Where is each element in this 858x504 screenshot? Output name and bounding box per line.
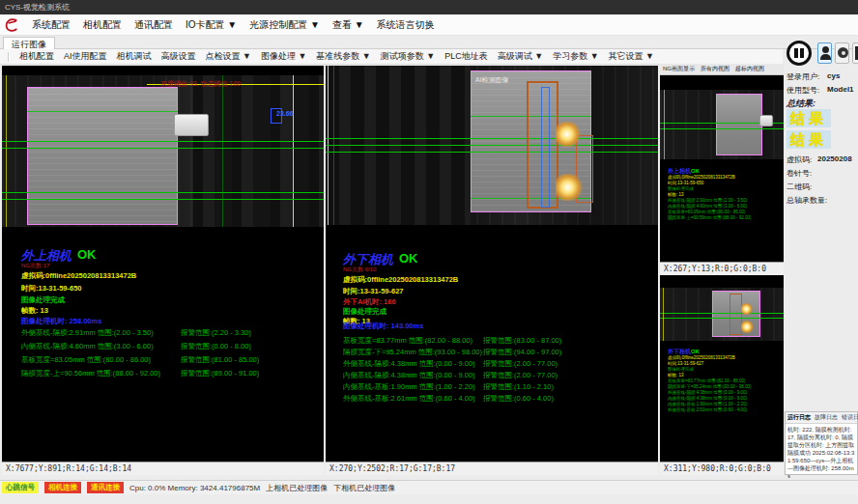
bottom-thumb-green-line-1: [660, 313, 784, 314]
user-login-button[interactable]: [817, 42, 832, 64]
settings-button[interactable]: [835, 42, 849, 64]
tool-image-processing[interactable]: 图像处理 ▼: [261, 50, 306, 63]
menu-comm-config[interactable]: 通讯配置: [134, 18, 173, 32]
top-thumb-cursor-readout: X:267;Y:13;R:0;G:0;B:0: [664, 265, 766, 273]
bottom-thumb-bright-1: [741, 303, 753, 315]
left-row2-value: 内侧基线-隔膜:4.60mm 范围:(3.00 - 6.00): [21, 342, 154, 351]
left-green-line-1: [2, 141, 324, 142]
top-thumb-result-text: 外上相机OK 虚拟码:0ffline2025020813313472B 时间:1…: [668, 168, 779, 257]
center-row1-value: 基板宽度=83.77mm 范围:(82.00 - 88.00): [343, 336, 472, 346]
bottom-thumb-result-text: 外下相机OK 虚拟码:0ffline2025020813313472B 时间:1…: [668, 349, 779, 455]
left-frame-count: 帧数: 13: [21, 306, 48, 316]
tool-plc-address[interactable]: PLC地址表: [444, 50, 488, 63]
left-process-time: 图像处理机时: 258.00ms: [21, 317, 101, 326]
winding-pin-label: 卷针号:: [786, 168, 812, 179]
left-measure-row-1: 外侧基线-隔膜:2.91mm 范围:(2.00 - 3.50)报警范围:(2.2…: [2, 328, 324, 338]
center-measure-row-4: 内侧基线-隔膜:4.38mm 范围:(0.00 - 9.00)报警范围:(2.0…: [326, 371, 658, 380]
center-ai-image-label: AI检测图像: [475, 75, 509, 85]
left-barcode: 虚拟码:0ffline2025020813313472B: [21, 271, 136, 281]
user-icon: [822, 46, 829, 53]
menu-view[interactable]: 查看 ▼: [332, 18, 364, 32]
bottom-thumbnail-image[interactable]: [660, 288, 784, 341]
bottom-thumb-status-strip: X:311;Y:980;R:0;G:0;B:0: [660, 462, 784, 475]
center-measure-row-2: 隔膜宽度-下=95.24mm 范围:(93.00 - 98.00)报警范围:(9…: [326, 348, 658, 357]
left-status-strip: X:7677;Y:891;R:14;G:14;B:14: [2, 462, 324, 475]
left-cursor-readout: X:7677;Y:891;R:14;G:14;B:14: [6, 464, 131, 473]
bottom-thumb-ok: OK: [691, 349, 700, 354]
center-inspection-image[interactable]: AI检测图像: [326, 66, 658, 225]
model-label: 使用型号:: [786, 85, 819, 96]
center-bright-feature-2: [556, 174, 583, 201]
tab-run-image[interactable]: 运行图像: [3, 37, 55, 49]
tool-camera-config[interactable]: 相机配置: [19, 50, 54, 63]
center-blue-roi-overlay: [541, 87, 550, 208]
tab-over-limit-views[interactable]: 超标内视图: [735, 65, 764, 73]
result-box-upper: 结果: [786, 109, 831, 127]
tool-advanced-settings[interactable]: 高级设置: [161, 50, 196, 63]
center-row6-alarm: 报警范围:(0.60 - 4.00): [483, 394, 554, 404]
tool-advanced-debug[interactable]: 高级调试 ▼: [498, 50, 543, 63]
left-row3-alarm: 报警范围:(81.00 - 85.00): [181, 355, 259, 365]
left-ng-info: NG次数:17: [21, 262, 49, 270]
tool-test-params[interactable]: 测试项参数 ▼: [381, 50, 435, 63]
toolbar-grip: [8, 52, 10, 62]
center-green-line-3: [326, 152, 658, 153]
log-tab-fault[interactable]: 故障日志: [815, 413, 838, 422]
left-measure-row-2: 内侧基线-隔膜:4.60mm 范围:(3.00 - 6.00)报警范围:(0.0…: [2, 342, 324, 351]
left-measure-label: 23.66: [276, 110, 294, 117]
left-threshold-overlay: 灰度阈值:93, 动态阈值:100: [160, 79, 241, 89]
center-row3-value: 外侧基线-隔膜:4.38mm 范围:(0.00 - 9.00): [343, 359, 475, 369]
tool-ai-use-config[interactable]: AI使用配置: [64, 50, 107, 63]
left-yellow-baseline-v2: [6, 75, 7, 227]
left-measure-row-4: 隔膜宽度-上=90.56mm 范围:(88.00 - 92.00)报警范围:(8…: [2, 369, 324, 378]
left-inspection-image[interactable]: 23.66 灰度阈值:93, 动态阈值:100: [2, 75, 324, 227]
top-thumbnail-image[interactable]: [660, 90, 784, 159]
virtual-code-label: 虚拟码:: [786, 154, 812, 165]
menu-light-config[interactable]: 光源控制配置 ▼: [249, 18, 320, 32]
app-logo-icon: [4, 17, 19, 33]
tool-baseline-params[interactable]: 基准线参数 ▼: [316, 50, 370, 63]
bottom-thumb-cursor-readout: X:311;Y:980;R:0;G:0;B:0: [664, 464, 771, 473]
left-camera-view[interactable]: 23.66 灰度阈值:93, 动态阈值:100 外上相机 OK NG次数:17 …: [2, 66, 324, 462]
left-row3-value: 基板宽度=83.05mm 范围:(80.00 - 86.00): [21, 355, 151, 365]
left-yellow-baseline-v: [293, 75, 294, 227]
log-text: 机时: 222, 隔膜检测机时: 17, 隔膜分离机时: 0, 隔膜提取分区机时…: [786, 424, 857, 482]
tab-all-views[interactable]: 所有内视图: [701, 65, 729, 73]
center-row3-alarm: 报警范围:(2.00 - 77.00): [483, 359, 558, 369]
tool-spot-check[interactable]: 点检设置 ▼: [206, 50, 251, 63]
top-thumb-ok: OK: [691, 168, 700, 174]
log-tab-error[interactable]: 错误日志: [842, 413, 858, 422]
login-user-label: 登录用户:: [786, 71, 819, 82]
tab-ng-display[interactable]: NG画面显示: [663, 65, 695, 73]
tool-learning-params[interactable]: 学习参数 ▼: [553, 50, 598, 63]
center-row4-alarm: 报警范围:(2.00 - 77.00): [483, 371, 558, 380]
left-time: 时间:13-31-59-650: [21, 284, 82, 294]
top-thumb-connector: [759, 115, 773, 126]
bottom-thumbnail-view[interactable]: 外下相机OK 虚拟码:0ffline2025020813313472B 时间:1…: [660, 275, 784, 462]
left-measure-row-3: 基板宽度=83.05mm 范围:(80.00 - 86.00)报警范围:(81.…: [2, 355, 324, 365]
tool-other-settings[interactable]: 其它设置 ▼: [609, 50, 654, 63]
menu-system-config[interactable]: 系统配置: [32, 18, 71, 32]
center-row2-value: 隔膜宽度-下=95.24mm 范围:(93.00 - 98.00): [343, 348, 482, 357]
window-title: CYS-视觉检测系统: [5, 3, 70, 12]
left-green-line-5: [27, 111, 178, 112]
camera-connection-badge: 相机连接: [44, 482, 81, 493]
center-cursor-readout: X:270;Y:2502;R:17;G:17;B:17: [329, 464, 455, 473]
left-row4-alarm: 报警范围:(89.00 - 91.00): [181, 369, 259, 378]
display-mode-tabs: NG画面显示 所有内视图 超标内视图: [660, 64, 784, 75]
pause-button[interactable]: [786, 41, 812, 66]
model-value[interactable]: Model1: [827, 85, 854, 94]
login-user-value: cys: [827, 71, 840, 80]
log-tab-run[interactable]: 运行日志: [787, 413, 811, 422]
left-process-done: 图像处理完成: [21, 295, 65, 305]
menu-camera-config[interactable]: 相机配置: [83, 18, 122, 32]
tool-camera-debug[interactable]: 相机调试: [117, 50, 152, 63]
top-thumbnail-view[interactable]: 外上相机OK 虚拟码:0ffline2025020813313472B 时间:1…: [660, 75, 784, 262]
center-row2-alarm: 报警范围:(94.00 - 97.00): [483, 348, 561, 357]
center-row5-alarm: 报警范围:(1.10 - 2.10): [483, 382, 554, 392]
log-tabs: 运行日志 故障日志 错误日志: [786, 412, 857, 424]
exit-button[interactable]: [852, 42, 858, 64]
menu-language-switch[interactable]: 系统语言切换: [377, 18, 435, 32]
center-camera-view[interactable]: AI检测图像 外下相机 OK NG次数:0/10 虚拟码:0ffline2025…: [326, 66, 658, 462]
menu-io-config[interactable]: IO卡配置 ▼: [186, 18, 237, 32]
